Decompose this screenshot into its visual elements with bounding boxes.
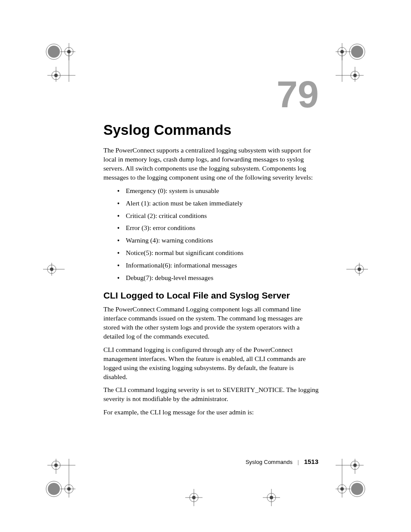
svg-point-53 <box>351 483 363 495</box>
crop-mark-bottom-center-2 <box>263 489 280 506</box>
list-item: Informational(6): informational messages <box>117 261 319 270</box>
crop-mark-mid-right <box>346 263 372 276</box>
severity-list: Emergency (0): system is unusable Alert … <box>117 187 319 283</box>
list-item: Critical (2): critical conditions <box>117 212 319 221</box>
intro-paragraph: The PowerConnect supports a centralized … <box>103 146 319 182</box>
list-item: Debug(7): debug-level messages <box>117 274 319 283</box>
list-item: Alert (1): action must be taken immediat… <box>117 199 319 208</box>
list-item: Emergency (0): system is unusable <box>117 187 319 196</box>
list-item: Error (3): error conditions <box>117 224 319 233</box>
crop-mark-bottom-left <box>32 459 75 510</box>
chapter-title: Syslog Commands <box>103 122 319 138</box>
crop-mark-top-right <box>336 30 379 82</box>
page-content: 79 Syslog Commands The PowerConnect supp… <box>103 75 319 421</box>
section-heading: CLI Logged to Local File and Syslog Serv… <box>103 290 319 301</box>
section-paragraph: The CLI command logging severity is set … <box>103 386 319 404</box>
crop-mark-bottom-center-1 <box>185 489 202 506</box>
section-paragraph: The PowerConnect Command Logging compone… <box>103 305 319 341</box>
crop-mark-mid-left <box>39 263 65 276</box>
list-item: Warning (4): warning conditions <box>117 236 319 245</box>
svg-point-1 <box>48 46 60 58</box>
footer-title: Syslog Commands <box>246 459 293 465</box>
footer-page-number: 1513 <box>304 458 318 465</box>
section-paragraph: CLI command logging is configured throug… <box>103 345 319 382</box>
footer-separator: | <box>298 459 299 465</box>
section-paragraph: For example, the CLI log message for the… <box>103 408 319 417</box>
svg-point-35 <box>48 483 60 495</box>
page-footer: Syslog Commands | 1513 <box>246 458 318 465</box>
svg-point-12 <box>351 46 363 58</box>
crop-mark-bottom-right <box>336 459 379 510</box>
list-item: Notice(5): normal but significant condit… <box>117 249 319 258</box>
chapter-number: 79 <box>103 75 319 113</box>
crop-mark-top-left <box>32 30 75 82</box>
